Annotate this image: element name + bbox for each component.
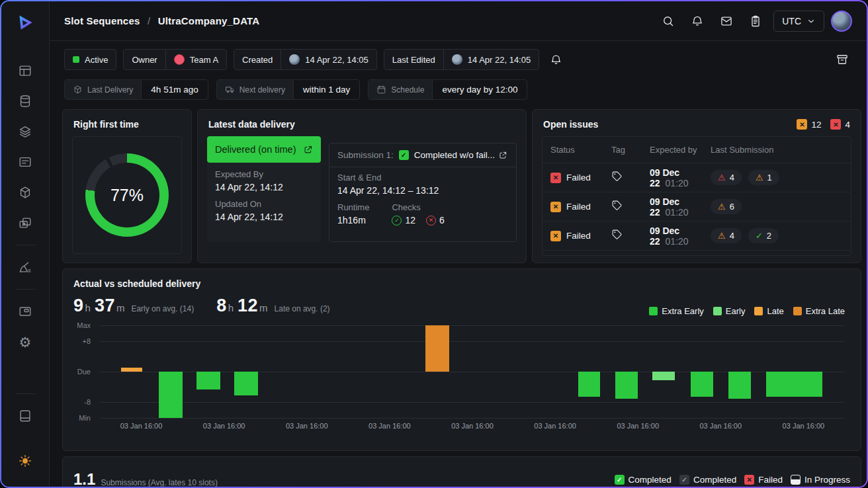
edited-chip: Last Edited 14 Apr 22, 14:05 <box>384 49 539 70</box>
chart-bar <box>196 372 220 389</box>
created-chip: Created 14 Apr 22, 14:05 <box>234 49 377 70</box>
sidebar: ⚙ <box>1 1 50 487</box>
rft-box: 77% <box>72 136 182 254</box>
submission-status: Completed w/o fail... <box>414 150 495 160</box>
topbar-actions: UTC <box>657 10 852 32</box>
submission-status-link[interactable]: Completed w/o fail... <box>414 150 507 160</box>
legend-swatch <box>754 307 763 315</box>
app-logo[interactable] <box>12 9 38 36</box>
x-tick-label: 03 Jan 16:00 <box>783 422 825 430</box>
sidebar-item-analytics[interactable] <box>13 255 38 280</box>
edited-label-seg: Last Edited <box>384 50 443 69</box>
sidebar-item-docs[interactable] <box>13 403 38 428</box>
main-area: Slot Sequences / UltraCompany_DATA <box>50 1 867 487</box>
submissions-legend-item[interactable]: ✕Failed <box>744 475 783 485</box>
search-icon <box>662 15 675 28</box>
archive-button[interactable] <box>832 50 852 69</box>
search-button[interactable] <box>657 10 679 32</box>
submissions-legend-item[interactable]: In Progress <box>791 475 850 485</box>
gear-icon: ⚙ <box>19 335 32 349</box>
sun-icon <box>18 454 32 468</box>
sidebar-item-jobs[interactable] <box>13 210 38 235</box>
issue-row[interactable]: ✕Failed09 Dec 2201:20⚠4⚠1 <box>542 163 851 192</box>
clipboard-button[interactable] <box>744 10 767 32</box>
mail-icon <box>720 15 733 28</box>
edited-label: Last Edited <box>392 55 435 65</box>
next-delivery-chip: Next delivery within 1 day <box>216 79 361 100</box>
early-hours-unit: h <box>85 302 91 313</box>
list-icon <box>18 155 32 169</box>
submissions-card: 1.1 Submissions (Avg. lates 10 slots) ✓C… <box>62 456 861 487</box>
created-value-seg: 14 Apr 22, 14:05 <box>281 50 376 69</box>
messages-button[interactable] <box>715 10 738 32</box>
warning-icon: ⚠ <box>718 202 726 211</box>
sidebar-item-datasets[interactable] <box>13 89 38 114</box>
issue-row[interactable]: ✕Failed09 Dec 2201:20⚠4✓2 <box>542 222 851 251</box>
checks-values: ✓ 12 ✕ 6 <box>392 215 444 225</box>
submissions-legend-item[interactable]: ✓Completed <box>679 475 736 485</box>
gridline <box>100 402 845 403</box>
ldd-left-panel: Delivered (on time) Expected By 14 Apr 2… <box>207 136 321 242</box>
breadcrumb-section[interactable]: Slot Sequences <box>64 15 140 26</box>
late-minutes: 12 <box>238 296 258 316</box>
breadcrumb: Slot Sequences / UltraCompany_DATA <box>64 15 259 26</box>
issue-status: ✕Failed <box>550 202 611 212</box>
half-legend-icon <box>791 475 801 485</box>
legend-item[interactable]: Early <box>713 306 746 316</box>
analytics-icon <box>18 260 32 274</box>
created-label-seg: Created <box>234 50 281 69</box>
badge-count: 4 <box>730 173 734 183</box>
status-x-icon: ✕ <box>550 173 561 183</box>
issue-row[interactable]: ✕Failed09 Dec 2201:20⚠6 <box>542 192 851 222</box>
sidebar-item-dashboard[interactable] <box>13 58 38 83</box>
runtime-value: 1h16m <box>337 215 369 225</box>
content: Right first time 77% Latest data deliver… <box>50 104 867 487</box>
timezone-select[interactable]: UTC <box>773 11 824 32</box>
active-status-dot <box>73 56 79 63</box>
submissions-legend-item[interactable]: ✓Completed <box>615 475 672 485</box>
sidebar-item-billing[interactable] <box>13 299 38 324</box>
database-icon <box>18 94 32 108</box>
active-status-label: Active <box>85 55 108 65</box>
owner-value-seg[interactable]: Team A <box>165 50 226 69</box>
chart-bar <box>578 372 600 397</box>
fail-total: 4 <box>845 120 850 130</box>
late-hours-unit: h <box>228 302 234 313</box>
expected-time: 01:20 <box>666 207 689 218</box>
check-circle-icon: ✓ <box>392 216 402 225</box>
x-tick-label: 03 Jan 16:00 <box>617 422 659 430</box>
delivery-status-banner[interactable]: Delivered (on time) <box>207 136 321 163</box>
expected-by-label: Expected By <box>215 169 313 179</box>
schedule-chip: Schedule every day by 12:00 <box>368 79 527 100</box>
tag-icon[interactable] <box>611 200 650 214</box>
external-link-icon <box>303 145 313 155</box>
tag-icon[interactable] <box>611 229 650 243</box>
late-caption: Late on avg. (2) <box>275 304 330 313</box>
editor-avatar <box>452 54 462 65</box>
status-label: Failed <box>566 173 591 183</box>
delivery-status-label: Delivered (on time) <box>215 144 296 155</box>
sidebar-item-layers[interactable] <box>13 119 38 144</box>
chart-area: Max+8Due-8Min <box>63 319 861 418</box>
theme-toggle[interactable] <box>13 448 38 473</box>
legend-item[interactable]: Extra Early <box>649 306 704 316</box>
chart-bar <box>766 372 823 397</box>
legend-item[interactable]: Late <box>754 306 783 316</box>
check-legend-icon: ✓ <box>615 475 625 485</box>
sidebar-divider <box>15 393 35 394</box>
created-value: 14 Apr 22, 14:05 <box>305 55 368 65</box>
user-avatar[interactable] <box>831 11 852 32</box>
status-bar: Active Owner Team A Created 14 Apr 22, <box>50 41 867 73</box>
chart-y-axis: Max+8Due-8Min <box>63 325 100 418</box>
legend-item[interactable]: Extra Late <box>793 306 845 316</box>
open-issues-badges: ✕ 12 ✕ 4 <box>797 119 850 130</box>
sidebar-item-reports[interactable] <box>13 149 38 175</box>
fail-x-icon: ✕ <box>830 119 841 130</box>
windows-icon <box>18 216 32 230</box>
tag-icon[interactable] <box>611 171 650 184</box>
sidebar-item-packages[interactable] <box>13 180 38 205</box>
sidebar-item-settings[interactable]: ⚙ <box>13 329 38 354</box>
edited-value: 14 Apr 22, 14:05 <box>468 55 531 65</box>
notifications-button[interactable] <box>686 10 709 32</box>
subscribe-button[interactable] <box>546 50 566 69</box>
